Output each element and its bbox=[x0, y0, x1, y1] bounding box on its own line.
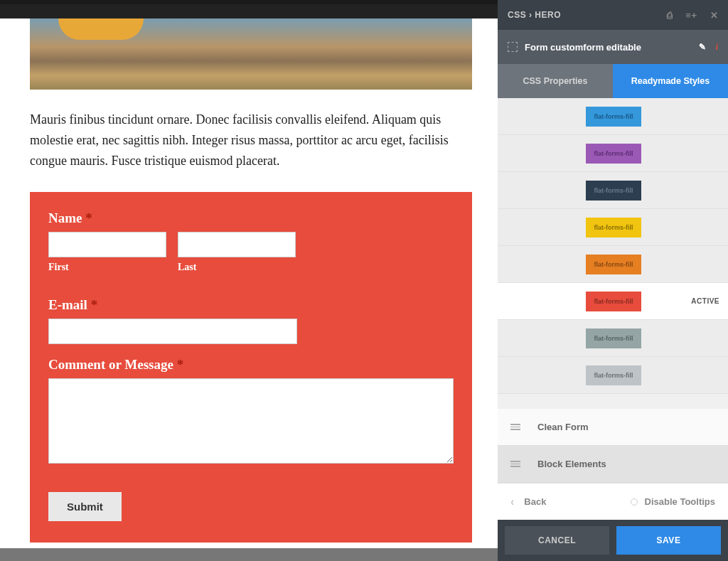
email-group: E-mail * bbox=[48, 297, 454, 344]
style-swatch: flat-forms-fill bbox=[586, 218, 641, 237]
wand-icon[interactable]: ✎ bbox=[699, 42, 706, 52]
body-paragraph: Mauris finibus tincidunt ornare. Donec f… bbox=[30, 109, 468, 171]
email-input[interactable] bbox=[48, 319, 297, 344]
panel-footer: CANCEL SAVE bbox=[498, 520, 728, 561]
style-swatch: flat-forms-fill bbox=[586, 107, 641, 127]
section-clean-form[interactable]: Clean Form bbox=[498, 409, 728, 446]
panel-header: CSS › HERO ⎙ ≡+ ✕ bbox=[498, 0, 728, 30]
tool-icon-2[interactable]: ≡+ bbox=[685, 10, 697, 21]
message-group: Comment or Message * bbox=[48, 357, 454, 466]
tool-icon-1[interactable]: ⎙ bbox=[667, 10, 673, 21]
style-swatch: flat-forms-fill bbox=[586, 328, 641, 348]
name-group: Name * First Last bbox=[48, 210, 454, 284]
first-col: First bbox=[48, 232, 166, 284]
required-mark: * bbox=[91, 297, 98, 312]
bottom-strip bbox=[0, 548, 498, 561]
style-row-4[interactable]: flat-forms-fill bbox=[498, 246, 728, 283]
style-row-5[interactable]: flat-forms-fillACTIVE bbox=[498, 283, 728, 320]
disable-tooltips-label[interactable]: Disable Tooltips bbox=[645, 496, 715, 507]
styles-list: flat-forms-fillflat-forms-fillflat-forms… bbox=[498, 98, 728, 409]
message-label-text: Comment or Message bbox=[48, 357, 173, 372]
style-row-1[interactable]: flat-forms-fill bbox=[498, 135, 728, 172]
style-swatch: flat-forms-fill bbox=[586, 255, 641, 274]
tab-readymade-styles[interactable]: Readymade Styles bbox=[613, 64, 728, 98]
style-swatch: flat-forms-fill bbox=[586, 181, 641, 201]
message-label: Comment or Message * bbox=[48, 357, 454, 373]
back-row: ‹ Back Disable Tooltips bbox=[498, 483, 728, 520]
close-icon[interactable]: ✕ bbox=[710, 10, 719, 21]
style-row-0[interactable]: flat-forms-fill bbox=[498, 98, 728, 135]
selector-text: Form customform editable bbox=[525, 42, 641, 53]
message-textarea[interactable] bbox=[48, 378, 454, 464]
style-swatch: flat-forms-fill bbox=[586, 365, 641, 385]
panel-brand: CSS › HERO bbox=[508, 10, 561, 20]
chevron-left-icon[interactable]: ‹ bbox=[510, 496, 514, 508]
contact-form: Name * First Last E-mail * Comment bbox=[30, 192, 472, 543]
style-swatch: flat-forms-fill bbox=[586, 144, 641, 164]
burger-icon bbox=[510, 424, 520, 430]
last-sublabel: Last bbox=[178, 262, 296, 273]
last-name-input[interactable] bbox=[178, 232, 296, 257]
section-block-elements[interactable]: Block Elements bbox=[498, 446, 728, 483]
first-name-input[interactable] bbox=[48, 232, 166, 257]
hero-image bbox=[30, 18, 472, 90]
selector-bar: Form customform editable ✎ i bbox=[498, 30, 728, 64]
back-label[interactable]: Back bbox=[524, 496, 546, 507]
clean-form-label: Clean Form bbox=[537, 422, 589, 432]
required-mark: * bbox=[85, 210, 92, 225]
main-content: Mauris finibus tincidunt ornare. Donec f… bbox=[0, 0, 498, 561]
tooltip-toggle-icon[interactable] bbox=[631, 498, 638, 506]
submit-button[interactable]: Submit bbox=[48, 492, 122, 521]
tab-css-properties[interactable]: CSS Properties bbox=[498, 64, 613, 98]
last-col: Last bbox=[178, 232, 296, 284]
panel-tabs: CSS Properties Readymade Styles bbox=[498, 64, 728, 98]
dark-strip bbox=[0, 4, 498, 18]
info-icon[interactable]: i bbox=[716, 42, 718, 53]
active-badge: ACTIVE bbox=[691, 297, 719, 305]
name-label-text: Name bbox=[48, 210, 82, 225]
page-body: Mauris finibus tincidunt ornare. Donec f… bbox=[0, 18, 498, 543]
cancel-button[interactable]: CANCEL bbox=[505, 526, 609, 555]
email-label-text: E-mail bbox=[48, 297, 87, 312]
required-mark: * bbox=[177, 357, 184, 372]
style-row-7[interactable]: flat-forms-fill bbox=[498, 357, 728, 394]
style-row-2[interactable]: flat-forms-fill bbox=[498, 172, 728, 209]
style-row-3[interactable]: flat-forms-fill bbox=[498, 209, 728, 246]
name-label: Name * bbox=[48, 210, 454, 226]
selector-box-icon bbox=[508, 42, 518, 52]
style-swatch: flat-forms-fill bbox=[586, 292, 641, 311]
block-elements-label: Block Elements bbox=[537, 459, 606, 469]
email-label: E-mail * bbox=[48, 297, 454, 313]
css-hero-panel: CSS › HERO ⎙ ≡+ ✕ Form customform editab… bbox=[498, 0, 728, 561]
save-button[interactable]: SAVE bbox=[616, 526, 721, 555]
style-row-6[interactable]: flat-forms-fill bbox=[498, 320, 728, 357]
name-row: First Last bbox=[48, 232, 454, 284]
first-sublabel: First bbox=[48, 262, 166, 273]
burger-icon bbox=[510, 461, 520, 467]
